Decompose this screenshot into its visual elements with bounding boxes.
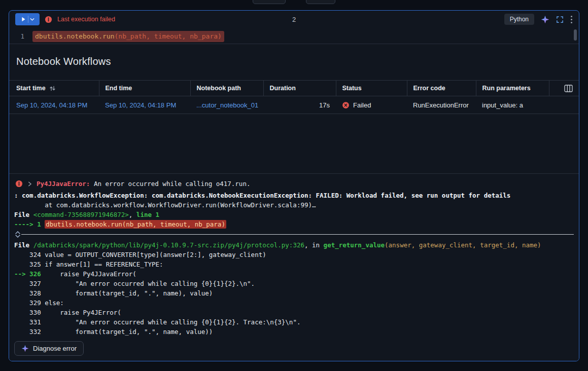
code-editor[interactable]: 1 dbutils.notebook.run(nb_path, timeout,… [9,28,579,44]
toolbar-left-group: Last execution failed [15,13,115,25]
error-summary-row: Py4JJavaError: An error occurred while c… [9,177,579,190]
column-header-duration[interactable]: Duration [263,81,336,96]
results-empty-area [9,114,579,173]
add-text-label: + Text [313,0,329,1]
traceback-line: 329 else: [14,298,574,308]
run-button-divider [28,16,28,23]
code-line[interactable]: dbutils.notebook.run(nb_path, timeout, n… [32,31,224,42]
traceback-line: File /databricks/spark/python/lib/py4j-0… [14,240,574,250]
run-notebook-path-link[interactable]: ...cutor_notebook_01 [196,101,258,109]
columns-icon [564,85,573,92]
run-error-code: RunExecutionError [413,101,469,109]
results-title: Notebook Workflows [16,56,579,67]
expand-chevron-icon[interactable] [27,181,32,187]
run-parameters: input_value: a [482,101,523,109]
add-code-button[interactable]: + Code [253,0,286,4]
notebook-cell: Last execution failed 2 Python [9,10,579,361]
cell-number: 2 [292,16,296,23]
language-selector[interactable]: Python [504,14,534,25]
play-icon [20,16,27,23]
error-output: Py4JJavaError: An error occurred while c… [9,173,579,361]
column-header-options [549,81,579,96]
fullscreen-icon[interactable] [556,16,564,23]
workflow-run-row[interactable]: Sep 10, 2024, 04:18 PM Sep 10, 2024, 04:… [9,96,579,114]
notebook-add-toolbar: + Code + Text [0,0,588,4]
results-panel: Notebook Workflows Start time [9,44,579,361]
kebab-menu-icon[interactable] [570,15,573,24]
column-header-run-parameters[interactable]: Run parameters [476,81,549,96]
assistant-sparkle-icon [21,345,29,352]
traceback-line: 332 format(target_id, ".", name, value)) [14,327,574,337]
traceback-line: 324 value = OUTPUT_CONVERTER[type](answe… [14,250,574,259]
diagnose-error-label: Diagnose error [33,345,77,352]
toolbar-right-group: Python [504,14,573,25]
sort-icon[interactable] [49,85,56,92]
error-info-icon [45,16,52,23]
run-start-time-link[interactable]: Sep 10, 2024, 04:18 PM [16,101,87,109]
run-end-time-link[interactable]: Sep 10, 2024, 04:18 PM [105,101,176,109]
execution-status-text: Last execution failed [57,16,115,23]
traceback-line: 331 "An error occurred while calling {0}… [14,317,574,327]
diagnose-error-button[interactable]: Diagnose error [14,341,84,356]
column-header-notebook-path[interactable]: Notebook path [190,81,263,96]
add-code-label: + Code [259,0,279,1]
traceback-line: 327 "An error occurred while calling {0}… [14,279,574,288]
frames-expander-icon[interactable] [14,231,21,238]
traceback-block-2: File /databricks/spark/python/lib/py4j-0… [9,239,579,337]
traceback-line: 330 raise Py4JError( [14,308,574,317]
assistant-sparkle-icon[interactable] [541,15,549,24]
chevron-down-icon[interactable] [29,17,35,22]
editor-scrollbar[interactable] [574,29,577,41]
traceback-line: --> 326 raise Py4JJavaError( [14,269,574,279]
traceback-line: at com.databricks.workflow.WorkflowDrive… [14,200,574,210]
column-label: Start time [16,85,46,92]
error-summary-text: Py4JJavaError: An error occurred while c… [37,179,250,189]
column-header-error-code[interactable]: Error code [407,81,476,96]
diagnose-row: Diagnose error [9,337,579,361]
error-info-icon [15,180,23,188]
run-duration: 17s [319,101,330,109]
add-text-button[interactable]: + Text [306,0,335,4]
run-button[interactable] [15,13,40,25]
status-badge: Failed [342,101,401,109]
traceback-line: 325 if answer[1] == REFERENCE_TYPE: [14,259,574,269]
column-header-end-time[interactable]: End time [99,81,190,96]
failed-icon [342,101,350,109]
column-header-start-time[interactable]: Start time [9,81,99,96]
traceback-line: : com.databricks.WorkflowException: com.… [14,191,574,200]
line-number: 1 [9,32,32,40]
collapsed-frames-divider[interactable] [14,231,574,238]
cell-toolbar: Last execution failed 2 Python [9,11,579,28]
column-header-status[interactable]: Status [336,81,407,96]
workflows-table: Start time End time Notebook path Durati… [9,80,579,114]
table-header-row: Start time End time Notebook path Durati… [9,81,579,96]
run-status-label: Failed [353,101,371,109]
traceback-line: ----> 1 dbutils.notebook.run(nb_path, ti… [14,219,574,229]
column-picker-button[interactable] [556,85,573,92]
traceback-line: File <command-735688971946872>, line 1 [14,210,574,219]
traceback-block-1: : com.databricks.WorkflowException: com.… [9,190,579,229]
traceback-line: 328 format(target_id, ".", name), value) [14,288,574,298]
